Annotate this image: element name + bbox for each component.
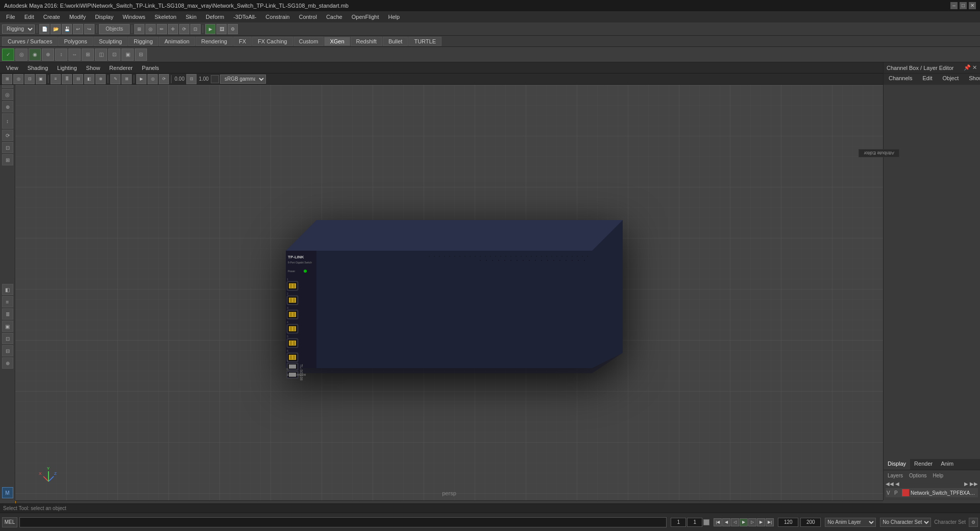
ipr-icon[interactable]: 🖼 xyxy=(216,24,227,34)
channel-box-close[interactable]: ✕ xyxy=(972,64,977,71)
cb-tab-object[interactable]: Object xyxy=(937,74,964,85)
redo-icon[interactable]: ↪ xyxy=(84,24,94,34)
tab-anim[interactable]: Anim xyxy=(937,459,958,470)
cb-tab-channels[interactable]: Channels xyxy=(884,74,917,85)
vt-icon-14[interactable]: ⟳ xyxy=(159,74,169,84)
mode-dropdown[interactable]: Rigging xyxy=(2,25,35,34)
cb-tab-show[interactable]: Show xyxy=(964,74,980,85)
tab-bullet[interactable]: Bullet xyxy=(383,37,408,46)
tool-11[interactable]: ▣ xyxy=(2,321,13,332)
save-scene-icon[interactable]: 💾 xyxy=(62,24,72,34)
scale-icon[interactable]: ⊡ xyxy=(190,24,201,34)
viewport-3d[interactable]: TP-LINK 8-Port Gigabit Switch Power 1 2 xyxy=(15,85,883,500)
minimize-button[interactable]: – xyxy=(950,2,958,9)
layer-arrow-next[interactable]: ▶ xyxy=(964,481,968,487)
gamma-dropdown[interactable]: sRGB gamma xyxy=(220,75,266,84)
vt-icon-13[interactable]: ◎ xyxy=(148,74,158,84)
tab-polygons[interactable]: Polygons xyxy=(58,37,92,46)
vt-icon-12[interactable]: ▶ xyxy=(136,74,146,84)
layer-visibility[interactable]: V xyxy=(887,490,893,496)
tool-14[interactable]: ⊕ xyxy=(2,357,13,369)
shelf-icon-2[interactable]: ◉ xyxy=(29,49,41,61)
menu-control[interactable]: Control xyxy=(295,13,321,21)
tool-9[interactable]: ≡ xyxy=(2,296,13,307)
vt-icon-8[interactable]: ◧ xyxy=(84,74,94,84)
help-btn[interactable]: Help xyxy=(930,472,945,479)
tab-custom[interactable]: Custom xyxy=(293,37,324,46)
shelf-icon-4[interactable]: ↕ xyxy=(55,49,67,61)
show-hide-tool[interactable]: ◧ xyxy=(2,284,13,295)
scale-tool[interactable]: ⊡ xyxy=(2,142,13,153)
vmenu-lighting[interactable]: Lighting xyxy=(53,64,81,72)
vmenu-renderer[interactable]: Renderer xyxy=(105,64,137,72)
frame-start-input[interactable] xyxy=(671,518,686,527)
tab-rigging[interactable]: Rigging xyxy=(128,37,158,46)
pb-goto-end[interactable]: ▶| xyxy=(766,518,774,526)
vt-icon-9[interactable]: ⊕ xyxy=(95,74,106,84)
mel-label[interactable]: MEL xyxy=(2,517,17,527)
vt-icon-7[interactable]: ⊟ xyxy=(73,74,83,84)
pb-next-key[interactable]: ▷ xyxy=(748,518,756,526)
tab-sculpting[interactable]: Sculpting xyxy=(93,37,128,46)
frame-current-input[interactable] xyxy=(687,518,702,527)
maximize-button[interactable]: □ xyxy=(960,2,967,9)
menu-cache[interactable]: Cache xyxy=(322,13,347,21)
tab-fxcaching[interactable]: FX Caching xyxy=(252,37,292,46)
vt-gamma-icon[interactable]: ⊡ xyxy=(186,74,197,84)
shelf-icon-9[interactable]: ▣ xyxy=(121,49,134,61)
sculpt-tool[interactable]: ⊕ xyxy=(2,101,13,112)
lasso-icon[interactable]: ◎ xyxy=(145,24,156,34)
vmenu-view[interactable]: View xyxy=(2,64,22,72)
layer-arrow-left[interactable]: ◀◀ xyxy=(886,481,894,487)
frame-max-input[interactable] xyxy=(800,518,821,527)
vt-icon-4[interactable]: ▣ xyxy=(36,74,46,84)
menu-windows[interactable]: Windows xyxy=(118,13,150,21)
tool-10[interactable]: ≣ xyxy=(2,308,13,320)
select-tool-icon[interactable]: ⊞ xyxy=(134,24,144,34)
render-settings-icon[interactable]: ⚙ xyxy=(228,24,238,34)
tab-fx[interactable]: FX xyxy=(233,37,252,46)
layers-btn[interactable]: Layers xyxy=(886,472,905,479)
menu-openflight[interactable]: OpenFlight xyxy=(348,13,383,21)
shelf-icon-3[interactable]: ⊕ xyxy=(42,49,54,61)
cb-tab-edit[interactable]: Edit xyxy=(917,74,937,85)
vt-icon-2[interactable]: ◎ xyxy=(13,74,23,84)
shelf-icon-7[interactable]: ◫ xyxy=(95,49,107,61)
shelf-icon-5[interactable]: ↔ xyxy=(68,49,81,61)
layer-p[interactable]: P xyxy=(894,490,900,496)
pb-goto-start[interactable]: |◀ xyxy=(714,518,722,526)
rotate-tool[interactable]: ⟳ xyxy=(2,130,13,141)
menu-deform[interactable]: Deform xyxy=(202,13,228,21)
menu-display[interactable]: Display xyxy=(91,13,117,21)
shelf-icon-select[interactable]: ✓ xyxy=(2,49,14,61)
shelf-icon-8[interactable]: ⊡ xyxy=(108,49,120,61)
frame-end-input[interactable] xyxy=(778,518,798,527)
vt-icon-1[interactable]: ⊞ xyxy=(2,74,12,84)
menu-modify[interactable]: Modify xyxy=(65,13,90,21)
render-icon[interactable]: ▶ xyxy=(205,24,215,34)
menu-3dtoall[interactable]: -3DToAll- xyxy=(229,13,260,21)
options-btn[interactable]: Options xyxy=(907,472,928,479)
lasso-select-tool[interactable]: ◎ xyxy=(2,89,13,100)
move-icon[interactable]: ✛ xyxy=(168,24,178,34)
move-tool[interactable]: ↕ xyxy=(2,113,13,129)
mel-input[interactable] xyxy=(19,517,667,527)
menu-skeleton[interactable]: Skeleton xyxy=(151,13,181,21)
last-tool[interactable]: ⊞ xyxy=(2,154,13,165)
tab-xgen[interactable]: XGen xyxy=(324,37,350,46)
tab-curves-surfaces[interactable]: Curves / Surfaces xyxy=(2,37,58,46)
pb-next-frame[interactable]: ▶ xyxy=(757,518,765,526)
attribute-editor-tab[interactable]: Attribute Editor xyxy=(859,149,899,157)
menu-constrain[interactable]: Constrain xyxy=(261,13,293,21)
tab-render[interactable]: Render xyxy=(910,459,937,470)
vt-icon-3[interactable]: ⊡ xyxy=(24,74,35,84)
vt-icon-5[interactable]: ≡ xyxy=(51,74,61,84)
shelf-icon-1[interactable]: ◎ xyxy=(15,49,28,61)
character-set-dropdown[interactable]: No Character Set xyxy=(880,518,931,527)
vmenu-show[interactable]: Show xyxy=(82,64,105,72)
vt-color-icon[interactable] xyxy=(211,75,219,83)
tool-12[interactable]: ⊡ xyxy=(2,333,13,344)
vt-icon-10[interactable]: ✎ xyxy=(110,74,120,84)
channel-box-pin[interactable]: 📌 xyxy=(964,64,971,71)
vmenu-panels[interactable]: Panels xyxy=(138,64,163,72)
